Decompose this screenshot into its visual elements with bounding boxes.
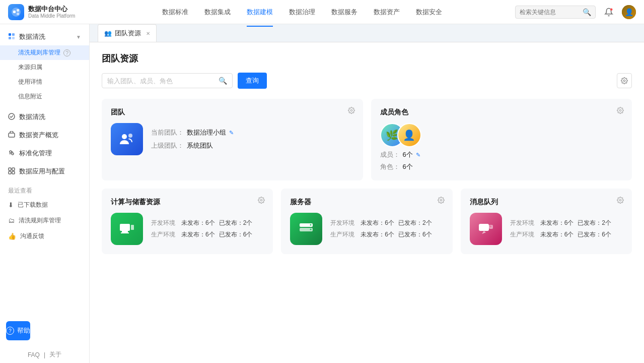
server-stats: 开发环境 未发布：6个 已发布：2个 生产环境 未发布：6个: [330, 219, 432, 239]
sidebar-item-label-biaozhun: 标准化管理: [19, 149, 52, 158]
current-team-val: 数据治理小组: [187, 128, 226, 137]
global-search-input[interactable]: [520, 9, 580, 16]
page-title: 团队资源: [102, 52, 632, 65]
member-edit-icon[interactable]: ✎: [416, 152, 420, 158]
message-stats: 开发环境 未发布：6个 已发布：2个 生产环境 未发布：6个: [510, 219, 611, 239]
team-card-settings-icon[interactable]: [348, 107, 355, 115]
sidebar-bottom: ? 帮助 FAQ | 关于: [0, 315, 89, 363]
sidebar-group-label-qingxi: 数据清洗: [19, 32, 45, 41]
svg-point-12: [12, 153, 14, 155]
team-search-box[interactable]: 🔍: [102, 73, 233, 88]
compute-prod-pub-val: 6个: [243, 231, 253, 238]
member-card-title: 成员角色: [380, 108, 623, 117]
logo-area: 数据中台中心 Data Middle Platform: [8, 4, 89, 20]
message-card-settings-icon[interactable]: [617, 197, 624, 205]
recent-item-feedback[interactable]: 👍 沟通反馈: [0, 228, 89, 244]
sidebar-item-biaozhun[interactable]: 标准化管理: [0, 144, 89, 162]
nav-item-fuwu[interactable]: 数据服务: [331, 6, 357, 19]
message-prod-unpub: 未发布：6个: [540, 230, 574, 239]
help-button[interactable]: ? 帮助: [6, 321, 30, 340]
sidebar-item-zichan[interactable]: 数据资产概览: [0, 126, 89, 144]
nav-item-anquan[interactable]: 数据安全: [416, 6, 442, 19]
search-row: 🔍 查询: [102, 73, 632, 89]
global-search-box[interactable]: 🔍: [515, 6, 596, 19]
tab-team-resource[interactable]: 👥 团队资源 ✕: [98, 24, 157, 42]
recent-item-guize[interactable]: 🗂 清洗规则库管理: [0, 213, 89, 228]
svg-point-4: [610, 8, 613, 11]
sidebar: 数据清洗 ▼ 清洗规则库管理 ? 来源归属 使用详情 信息附近 数据清洗: [0, 24, 90, 363]
server-prod-env-label: 生产环境: [330, 230, 356, 239]
sidebar-item-shiyong[interactable]: 使用详情: [0, 75, 89, 89]
question-icon: ?: [6, 327, 14, 335]
compute-card-settings-icon[interactable]: [258, 197, 265, 205]
main-content: 👥 团队资源 ✕ 团队资源 🔍 查询 团队: [90, 24, 644, 363]
logo-icon: [8, 4, 24, 20]
svg-rect-8: [12, 37, 15, 39]
recent-item-label-download: 已下载数据: [18, 201, 48, 209]
svg-point-18: [350, 109, 352, 111]
tab-bar: 👥 团队资源 ✕: [90, 24, 644, 42]
nav-item-zichan[interactable]: 数据资产: [374, 6, 400, 19]
compute-dev-pub-prefix: 已发布：: [219, 219, 243, 226]
nav-item-biaozhun[interactable]: 数据标准: [162, 6, 188, 19]
sidebar-item-label-xinxi: 信息附近: [18, 92, 42, 101]
notification-bell[interactable]: [602, 5, 616, 19]
recent-label: 最近查看: [0, 180, 89, 197]
user-avatar[interactable]: 👤: [622, 5, 636, 19]
tab-close-btn[interactable]: ✕: [146, 31, 150, 36]
member-card: 成员角色 🌿 👤 成员： 6个: [371, 99, 632, 180]
member-card-settings-icon[interactable]: [617, 107, 624, 115]
recent-item-download[interactable]: ⬇ 已下载数据: [0, 197, 89, 213]
sidebar-item-yingyong[interactable]: 数据应用与配置: [0, 162, 89, 180]
message-prod-pub: 已发布：6个: [578, 230, 611, 239]
sidebar-item-guizeku[interactable]: 清洗规则库管理 ?: [0, 45, 89, 60]
team-search-input[interactable]: [107, 77, 216, 85]
parent-team-val: 系统团队: [187, 141, 213, 150]
message-body: 开发环境 未发布：6个 已发布：2个 生产环境 未发布：6个: [470, 213, 623, 245]
current-team-edit-icon[interactable]: ✎: [229, 130, 234, 136]
parent-team-row: 上级团队： 系统团队: [151, 141, 234, 150]
faq-link[interactable]: FAQ: [28, 351, 40, 358]
compute-icon: [111, 213, 143, 245]
recent-item-label-guize: 清洗规则库管理: [19, 216, 61, 225]
svg-point-30: [310, 224, 312, 226]
message-card: 消息队列: [461, 189, 632, 254]
svg-rect-26: [131, 225, 134, 230]
bottom-cards-row: 计算与储蓄资源: [102, 189, 632, 254]
recent-item-label-feedback: 沟通反馈: [20, 232, 44, 240]
settings-icon-btn[interactable]: [617, 73, 632, 88]
svg-point-19: [122, 134, 127, 139]
sidebar-group-qingxi[interactable]: 数据清洗 ▼: [0, 28, 89, 45]
compute-dev-unpub-label: 未发布：6个: [181, 219, 215, 227]
role-count-label: 角色：: [380, 162, 400, 171]
svg-rect-6: [12, 33, 15, 36]
nav-item-zhili[interactable]: 数据治理: [289, 6, 315, 19]
svg-point-35: [489, 225, 491, 227]
about-link[interactable]: 关于: [49, 350, 61, 359]
message-prod-row: 生产环境 未发布：6个 已发布：6个: [510, 230, 611, 239]
compute-prod-pub-prefix: 已发布：: [219, 231, 243, 238]
server-card: 服务器: [281, 189, 452, 254]
query-button[interactable]: 查询: [238, 73, 267, 89]
member-count-row: 成员： 6个 ✎: [380, 150, 421, 159]
shujuqingxi-icon: [8, 113, 15, 122]
message-card-title: 消息队列: [470, 198, 623, 207]
server-dev-row: 开发环境 未发布：6个 已发布：2个: [330, 219, 432, 227]
compute-prod-pub-label: 已发布：6个: [219, 230, 253, 239]
nav-item-jicheng[interactable]: 数据集成: [204, 6, 231, 19]
svg-rect-23: [120, 224, 130, 231]
svg-point-31: [310, 229, 312, 230]
compute-body: 开发环境 未发布：6个 已发布：2个 生产环境 未发布：6个: [111, 213, 264, 245]
svg-point-27: [440, 199, 442, 201]
sidebar-item-label-guizeku: 清洗规则库管理: [18, 48, 60, 57]
sidebar-item-xinxi[interactable]: 信息附近: [0, 89, 89, 104]
role-count-row: 角色： 6个: [380, 162, 421, 171]
server-prod-unpub: 未发布：6个: [361, 230, 394, 239]
svg-rect-15: [9, 171, 11, 174]
nav-item-jianmo[interactable]: 数据建模: [247, 6, 273, 19]
nav-right: 🔍 👤: [515, 5, 636, 19]
role-count-val: 6个: [403, 162, 413, 171]
server-card-settings-icon[interactable]: [438, 197, 445, 205]
sidebar-item-shujuqingxi[interactable]: 数据清洗: [0, 108, 89, 126]
sidebar-item-laiyuan[interactable]: 来源归属: [0, 60, 89, 75]
